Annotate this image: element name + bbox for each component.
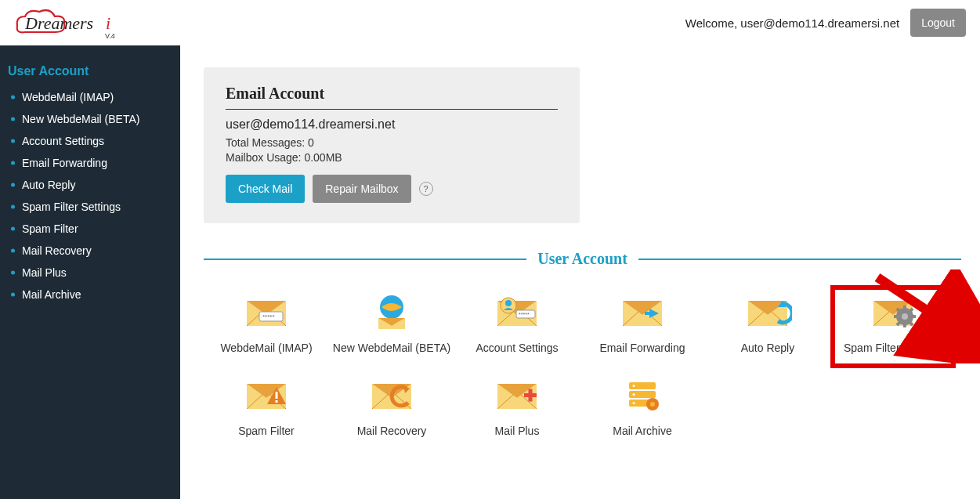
logout-button[interactable]: Logout — [910, 9, 966, 37]
sidebar-title: User Account — [0, 61, 180, 86]
logo: Dreamers i V.4 — [11, 5, 135, 40]
envelope-forward-icon — [618, 290, 667, 334]
section-divider: User Account — [204, 250, 961, 268]
svg-rect-14 — [894, 315, 899, 318]
sidebar-item-account-settings[interactable]: Account Settings — [0, 130, 180, 152]
tile-label: Mail Plus — [495, 425, 540, 437]
svg-rect-15 — [911, 315, 916, 318]
tile-label: New WebdeMail (BETA) — [333, 342, 450, 354]
section-title: User Account — [526, 250, 638, 268]
tile-label: WebdeMail (IMAP) — [220, 342, 312, 354]
svg-rect-20 — [276, 392, 278, 399]
sidebar-item-spam-filter-settings[interactable]: Spam Filter Settings — [0, 196, 180, 218]
tile-mail-archive[interactable]: Mail Archive — [580, 368, 705, 451]
svg-text:Dreamers: Dreamers — [24, 13, 93, 33]
help-icon[interactable]: ? — [419, 182, 433, 196]
main-content: Email Account user@demo114.dreamersi.net… — [180, 45, 980, 499]
envelope-warning-icon — [242, 373, 291, 417]
svg-text:*****: ***** — [262, 313, 275, 320]
svg-text:V.4: V.4 — [105, 32, 115, 40]
sidebar-item-mail-archive[interactable]: Mail Archive — [0, 284, 180, 306]
envelope-user-icon: ***** — [493, 290, 541, 334]
envelope-globe-icon — [367, 290, 416, 334]
tile-spam-filter[interactable]: Spam Filter — [204, 368, 329, 451]
tile-label: Spam Filter — [238, 425, 295, 437]
tile-webdemail-imap[interactable]: ***** WebdeMail (IMAP) — [204, 285, 329, 368]
svg-point-31 — [650, 402, 655, 407]
tile-label: Mail Archive — [613, 425, 671, 437]
svg-rect-12 — [903, 306, 906, 310]
server-gear-icon — [618, 373, 667, 417]
svg-point-11 — [902, 313, 908, 320]
svg-text:i: i — [106, 13, 110, 33]
tile-email-forwarding[interactable]: Email Forwarding — [580, 285, 705, 368]
email-account-card: Email Account user@demo114.dreamersi.net… — [204, 67, 580, 223]
sidebar: User Account WebdeMail (IMAP) New WebdeM… — [0, 45, 180, 499]
tile-label: Account Settings — [476, 342, 558, 354]
card-email: user@demo114.dreamersi.net — [226, 118, 558, 132]
sidebar-list: WebdeMail (IMAP) New WebdeMail (BETA) Ac… — [0, 86, 180, 306]
tile-auto-reply[interactable]: Auto Reply — [705, 285, 830, 368]
total-messages: Total Messages: 0 — [226, 136, 558, 149]
tile-spam-filter-settings[interactable]: Spam Filter Settings — [830, 285, 956, 368]
svg-text:*****: ***** — [519, 312, 530, 317]
svg-point-7 — [505, 300, 512, 306]
header: Dreamers i V.4 Welcome, user@demo114.dre… — [0, 0, 980, 45]
svg-point-29 — [633, 402, 635, 404]
tile-label: Spam Filter Settings — [844, 342, 942, 354]
svg-rect-13 — [903, 323, 906, 327]
welcome-text: Welcome, user@demo114.dreamersi.net — [685, 16, 899, 30]
mailbox-usage: Mailbox Usage: 0.00MB — [226, 151, 558, 164]
envelope-password-icon: ***** — [242, 290, 291, 334]
tile-mail-recovery[interactable]: Mail Recovery — [329, 368, 454, 451]
envelope-gear-icon — [869, 290, 917, 334]
repair-mailbox-button[interactable]: Repair Mailbox — [313, 175, 410, 203]
header-right: Welcome, user@demo114.dreamersi.net Logo… — [685, 9, 966, 37]
sidebar-item-spam-filter[interactable]: Spam Filter — [0, 218, 180, 240]
tile-label: Auto Reply — [741, 342, 794, 354]
tile-new-webdemail-beta[interactable]: New WebdeMail (BETA) — [329, 285, 454, 368]
sidebar-item-mail-recovery[interactable]: Mail Recovery — [0, 240, 180, 262]
tile-label: Email Forwarding — [600, 342, 685, 354]
svg-rect-21 — [276, 400, 278, 403]
check-mail-button[interactable]: Check Mail — [226, 175, 305, 203]
sidebar-item-auto-reply[interactable]: Auto Reply — [0, 174, 180, 196]
svg-rect-23 — [529, 389, 533, 402]
tile-account-settings[interactable]: ***** Account Settings — [454, 285, 580, 368]
tiles-grid: ***** WebdeMail (IMAP)New WebdeMail (BET… — [204, 285, 961, 451]
envelope-reply-icon — [743, 290, 792, 334]
sidebar-item-new-webdemail[interactable]: New WebdeMail (BETA) — [0, 108, 180, 130]
sidebar-item-mail-plus[interactable]: Mail Plus — [0, 262, 180, 284]
sidebar-item-webdemail[interactable]: WebdeMail (IMAP) — [0, 86, 180, 108]
envelope-plus-icon — [493, 373, 541, 417]
envelope-undo-icon — [367, 373, 416, 417]
card-title: Email Account — [226, 85, 558, 110]
svg-point-27 — [633, 385, 635, 387]
tile-label: Mail Recovery — [357, 425, 427, 437]
svg-point-28 — [633, 393, 635, 396]
tile-mail-plus[interactable]: Mail Plus — [454, 368, 580, 451]
sidebar-item-email-forwarding[interactable]: Email Forwarding — [0, 152, 180, 174]
